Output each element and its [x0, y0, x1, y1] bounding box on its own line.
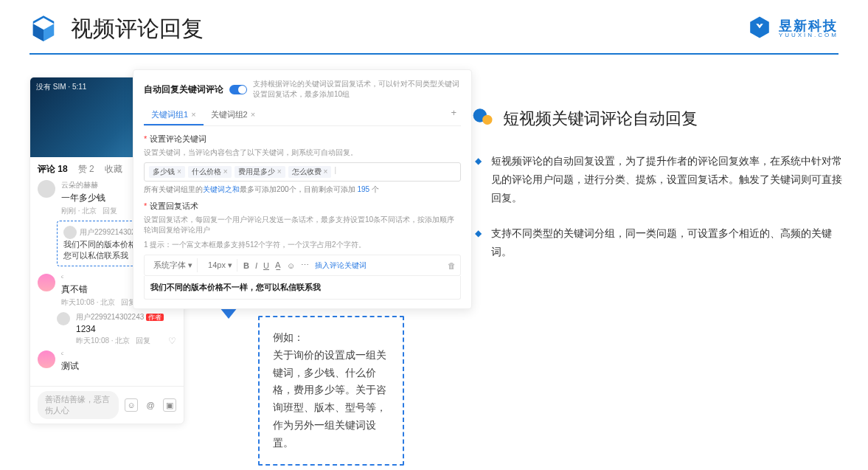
field-hint: 设置关键词，当评论内容包含了以下关键词，则系统可自动回复。: [144, 148, 461, 158]
reply-link[interactable]: 回复: [136, 336, 150, 346]
comment-input-bar: 善语结善缘，恶言伤人心 ☺ @ ▣: [30, 386, 184, 424]
emoji-icon[interactable]: ☺: [125, 398, 138, 412]
italic-icon[interactable]: I: [255, 261, 257, 270]
example-lead: 例如：: [273, 329, 389, 347]
reply-link[interactable]: 回复: [103, 206, 117, 216]
comment-text: 1234: [76, 324, 176, 334]
logo-en: YUUXIN.COM: [779, 32, 839, 38]
link-icon[interactable]: ⋯: [301, 260, 309, 270]
kw-tab-1[interactable]: 关键词组1×: [144, 106, 204, 125]
tab-comments[interactable]: 评论 18: [38, 163, 68, 176]
size-select[interactable]: 14px ▾: [204, 259, 237, 272]
comment-row: ᶜ测试: [38, 350, 176, 374]
keyword-tag[interactable]: 费用是多少×: [235, 166, 285, 178]
close-icon: ×: [277, 167, 282, 176]
field-label: 设置评论关键词: [144, 134, 461, 145]
emoji-icon[interactable]: ☺: [287, 261, 295, 270]
settings-title: 自动回复关键词评论: [144, 83, 223, 96]
cube-icon: [29, 13, 58, 44]
heart-icon[interactable]: ♡: [168, 336, 176, 346]
section-header: 短视频关键词评论自动回复: [472, 106, 846, 131]
right-column: 短视频关键词评论自动回复 短视频评论的自动回复设置，为了提升作者的评论回复效率，…: [457, 69, 846, 277]
keyword-input[interactable]: 多少钱× 什么价格× 费用是多少× 怎么收费× |: [144, 162, 461, 182]
add-tab-button[interactable]: +: [446, 106, 461, 125]
left-column: 没有 SIM · 5:11 评论 18 赞 2 收藏 云朵的赫赫 一年多少钱 刚…: [22, 69, 435, 277]
editor-toolbar: 系统字体 ▾ 14px ▾ B I U A̲ ☺ ⋯ 插入评论关键词 🗑: [144, 255, 461, 276]
tab-fav[interactable]: 收藏: [105, 163, 122, 176]
settings-hint: 支持根据评论的关键词设置回复话术，可以针对不同类型关键词设置回复话术，最多添加1…: [253, 79, 461, 100]
reply-editor[interactable]: 我们不同的版本价格不一样，您可以私信联系我: [144, 276, 461, 300]
settings-panel: 自动回复关键词评论 支持根据评论的关键词设置回复话术，可以针对不同类型关键词设置…: [133, 69, 472, 309]
page-header: 视频评论回复 昱新科技 YUUXIN.COM: [0, 0, 868, 53]
field-label: 设置回复话术: [144, 201, 461, 212]
toggle-switch[interactable]: [229, 85, 247, 94]
close-icon[interactable]: ×: [251, 110, 255, 119]
avatar: [38, 350, 55, 368]
comment-meta: 昨天10:08 · 北京: [61, 297, 115, 308]
close-icon[interactable]: ×: [191, 110, 195, 119]
logo: 昱新科技 YUUXIN.COM: [748, 15, 839, 42]
page-title: 视频评论回复: [71, 14, 204, 44]
comment-meta: 昨天10:08 · 北京: [76, 336, 130, 346]
commenter-name: 用户2299214302243: [76, 313, 144, 321]
at-icon[interactable]: @: [144, 398, 157, 412]
avatar: [38, 274, 55, 291]
bullet-item: 短视频评论的自动回复设置，为了提升作者的评论回复效率，在系统中针对常见的评论用户…: [488, 152, 846, 208]
keyword-group-tabs: 关键词组1× 关键词组2× +: [144, 106, 461, 126]
bold-icon[interactable]: B: [243, 261, 249, 270]
commenter-name: ᶜ: [61, 350, 176, 359]
header-divider: [29, 53, 839, 55]
close-icon: ×: [324, 167, 328, 176]
bullet-item: 支持不同类型的关键词分组，同一类问题，可设置多个相近的、高频的关键词。: [488, 224, 846, 261]
color-icon[interactable]: A̲: [275, 260, 281, 270]
keyword-tag[interactable]: 什么价格×: [188, 166, 232, 178]
avatar: [57, 312, 70, 325]
font-select[interactable]: 系统字体 ▾: [149, 258, 198, 272]
kw-tab-2[interactable]: 关键词组2×: [204, 106, 263, 125]
keyword-count-note: 所有关键词组里的关键词之和最多可添加200个，目前剩余可添加 195 个: [144, 184, 461, 195]
tab-likes[interactable]: 赞 2: [78, 163, 94, 176]
keyword-tag[interactable]: 怎么收费×: [288, 166, 332, 178]
logo-icon: [748, 15, 771, 42]
close-icon: ×: [223, 167, 228, 176]
avatar: [38, 180, 55, 198]
section-title: 短视频关键词评论自动回复: [503, 108, 698, 130]
chat-bubble-icon: [472, 106, 494, 131]
comment-row: 用户2299214302243 作者 1234 昨天10:08 · 北京回复♡: [57, 312, 176, 346]
comment-meta: 刚刚 · 北京: [61, 206, 97, 216]
keyword-tag[interactable]: 多少钱×: [149, 166, 185, 178]
avatar: [63, 226, 77, 239]
logo-cn: 昱新科技: [779, 19, 839, 32]
svg-point-1: [482, 115, 492, 125]
field-hint: 1 提示：一个富文本框最多支持512个字符，一个汉字占用2个字符。: [144, 240, 461, 250]
example-body: 关于询价的设置成一组关键词，多少钱、什么价格，费用多少等。关于咨询班型、版本、型…: [273, 347, 389, 452]
delete-icon[interactable]: 🗑: [448, 261, 456, 270]
insert-keyword-link[interactable]: 插入评论关键词: [315, 260, 367, 271]
bullet-list: 短视频评论的自动回复设置，为了提升作者的评论回复效率，在系统中针对常见的评论用户…: [472, 152, 846, 261]
header-left: 视频评论回复: [29, 13, 204, 44]
close-icon: ×: [177, 167, 181, 176]
field-hint: 设置回复话术，每回复一个用户评论只发送一条话术，最多支持设置10条不同话术，按添…: [144, 215, 461, 235]
author-badge: 作者: [146, 314, 164, 321]
underline-icon[interactable]: U: [263, 261, 269, 270]
comment-text: 测试: [61, 360, 176, 373]
example-box: 例如： 关于询价的设置成一组关键词，多少钱、什么价格，费用多少等。关于咨询班型、…: [258, 316, 404, 466]
comment-input[interactable]: 善语结善缘，恶言伤人心: [38, 391, 119, 419]
image-icon[interactable]: ▣: [163, 398, 176, 412]
